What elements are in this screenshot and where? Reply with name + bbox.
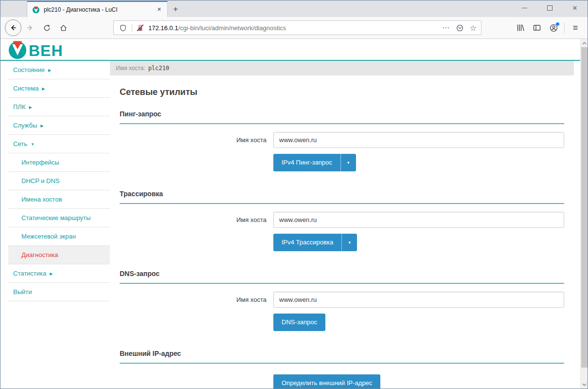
scrollbar-thumb[interactable]	[581, 47, 588, 368]
ping-section: Пинг-запрос Имя хоста IPv4 Пинг-запрос▾	[120, 110, 564, 171]
dns-section: DNS-запрос Имя хоста DNS-запрос	[120, 270, 564, 331]
sidebar-item-diagnostics[interactable]: Диагностика	[8, 246, 110, 264]
chevron-right-icon: ▶	[50, 272, 53, 276]
chevron-right-icon: ▶	[40, 124, 43, 128]
tab-favicon	[32, 6, 40, 14]
back-button[interactable]	[5, 19, 21, 36]
sidebars-icon[interactable]	[529, 20, 545, 36]
navigation-toolbar: 172.16.0.1/cgi-bin/luci/admin/network/di…	[0, 17, 588, 39]
ping-host-input[interactable]	[273, 132, 564, 148]
url-host: 172.16.0.1	[148, 24, 178, 32]
toolbar-separator	[564, 22, 565, 33]
host-field-label: Имя хоста	[120, 136, 273, 144]
sidebar-item-interfaces[interactable]: Интерфейсы	[8, 153, 110, 172]
ping-split-button: IPv4 Пинг-запрос▾	[273, 154, 356, 171]
chevron-right-icon: ▶	[29, 105, 32, 110]
account-notification-dot	[555, 22, 560, 26]
section-heading: DNS-запрос	[120, 270, 564, 284]
tracking-protection-shield-icon[interactable]	[119, 21, 127, 34]
bookmark-star-icon[interactable]: ☆	[466, 21, 480, 34]
owen-logo: ВЕН	[8, 40, 70, 59]
page-scrollbar[interactable]	[580, 39, 588, 389]
url-path: /cgi-bin/luci/admin/network/diagnostics	[178, 24, 286, 32]
chevron-right-icon: ▶	[48, 68, 51, 73]
host-field-label: Имя хоста	[120, 296, 273, 303]
maximize-button[interactable]	[537, 0, 562, 15]
section-heading: Пинг-запрос	[120, 110, 564, 124]
sidebar-item-network[interactable]: Сеть▼	[8, 135, 110, 153]
sidebar-item-system[interactable]: Система▶	[8, 79, 110, 98]
pocket-icon[interactable]	[453, 21, 466, 34]
sidebar-item-status[interactable]: Состояние▶	[8, 61, 110, 79]
traceroute-dropdown-caret-icon[interactable]: ▾	[342, 234, 357, 251]
traceroute-host-input[interactable]	[273, 212, 564, 228]
external-ip-button[interactable]: Определить внешний IP-адрес	[273, 374, 380, 389]
reload-button[interactable]	[39, 20, 54, 36]
page-actions-icon[interactable]: ⋯	[439, 21, 453, 34]
diagnostics-content: Сетевые утилиты Пинг-запрос Имя хоста IP…	[110, 87, 574, 389]
ping-button[interactable]: IPv4 Пинг-запрос	[273, 154, 340, 171]
url-bar[interactable]: 172.16.0.1/cgi-bin/luci/admin/network/di…	[113, 20, 481, 35]
dns-query-button[interactable]: DNS-запрос	[273, 314, 325, 331]
scroll-up-arrow[interactable]	[581, 39, 588, 47]
close-button[interactable]: ✕	[562, 0, 588, 15]
browser-tab[interactable]: plc210 - Диагностика - LuCI ✕	[27, 1, 167, 17]
window-controls: ✕	[512, 0, 588, 15]
sidebar-item-static-routes[interactable]: Статические маршруты	[8, 209, 110, 227]
dns-host-input[interactable]	[273, 292, 564, 308]
chevron-down-icon: ▼	[31, 142, 35, 147]
tab-close-icon[interactable]: ✕	[154, 5, 164, 14]
sidebar-menu: Состояние▶ Система▶ ПЛК▶ Службы▶ Сеть▼ И…	[8, 61, 110, 301]
main-area: Имя хоста: plc210 Сетевые утилиты Пинг-з…	[110, 61, 574, 389]
sidebar-item-statistics[interactable]: Статистика▶	[8, 264, 110, 283]
traceroute-button[interactable]: IPv4 Трассировка	[273, 234, 341, 251]
minimize-icon	[522, 8, 527, 8]
home-button[interactable]	[55, 20, 71, 36]
sidebar-item-firewall[interactable]: Межсетевой экран	[8, 227, 110, 246]
url-text: 172.16.0.1/cgi-bin/luci/admin/network/di…	[148, 24, 286, 32]
sidebar-item-plc[interactable]: ПЛК▶	[8, 98, 110, 116]
ping-dropdown-caret-icon[interactable]: ▾	[341, 154, 356, 171]
sidebar-item-services[interactable]: Службы▶	[8, 116, 110, 135]
tab-bar: plc210 - Диагностика - LuCI ✕ + ✕	[0, 0, 588, 17]
app-menu-icon[interactable]: ≡	[568, 20, 583, 36]
hostname-label: Имя хоста:	[116, 65, 145, 72]
host-field-label: Имя хоста	[120, 216, 273, 223]
sidebar-item-hostnames[interactable]: Имена хостов	[8, 190, 110, 209]
page-header: ВЕН	[0, 39, 580, 60]
library-icon[interactable]	[513, 20, 528, 36]
page-title: Сетевые утилиты	[120, 87, 564, 97]
hostname-value: plc210	[148, 65, 169, 72]
insecure-lock-icon[interactable]	[137, 24, 144, 32]
sidebar-item-dhcp-dns[interactable]: DHCP и DNS	[8, 172, 110, 190]
chevron-right-icon: ▶	[42, 87, 45, 91]
hostname-bar: Имя хоста: plc210	[110, 61, 574, 75]
browser-window: plc210 - Диагностика - LuCI ✕ + ✕	[0, 0, 588, 389]
close-icon: ✕	[572, 5, 578, 11]
forward-button[interactable]	[22, 20, 38, 36]
new-tab-button[interactable]: +	[167, 1, 184, 17]
tab-title: plc210 - Диагностика - LuCI	[44, 6, 154, 13]
urlbar-divider	[132, 24, 132, 32]
traceroute-section: Трассировка Имя хоста IPv4 Трассировка▾	[120, 190, 564, 251]
scroll-down-arrow[interactable]	[581, 380, 588, 389]
section-heading: Внешний IP-адрес	[120, 350, 564, 364]
minimize-button[interactable]	[512, 0, 537, 15]
maximize-icon	[547, 5, 552, 11]
traceroute-split-button: IPv4 Трассировка▾	[273, 234, 357, 251]
page-viewport: ВЕН Состояние▶ Система▶ ПЛК▶ Службы▶ Сет…	[0, 39, 580, 389]
sidebar-item-logout[interactable]: Выйти	[8, 283, 110, 301]
external-ip-section: Внешний IP-адрес Определить внешний IP-а…	[120, 350, 564, 389]
toolbar-right-cluster: ≡	[512, 20, 584, 36]
section-heading: Трассировка	[120, 190, 564, 204]
svg-text:ВЕН: ВЕН	[29, 42, 63, 59]
account-icon[interactable]	[546, 20, 561, 36]
